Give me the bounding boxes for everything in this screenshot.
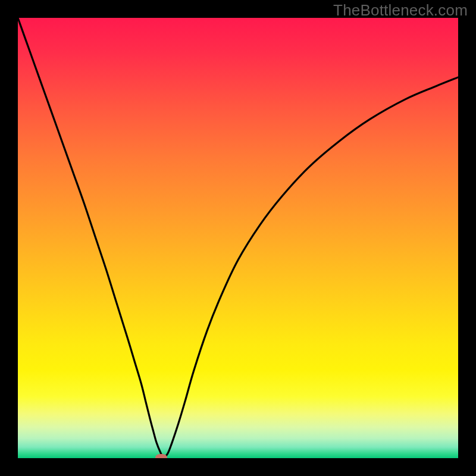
plot-area	[18, 18, 458, 458]
optimal-point-marker	[155, 454, 167, 458]
chart-frame: TheBottleneck.com	[0, 0, 476, 476]
bottleneck-curve	[18, 18, 458, 458]
watermark-text: TheBottleneck.com	[333, 1, 468, 20]
